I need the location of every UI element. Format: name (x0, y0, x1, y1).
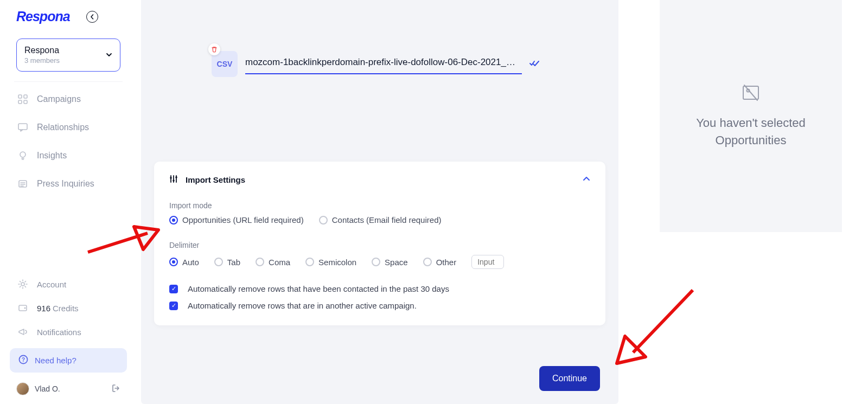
svg-point-5 (20, 152, 25, 157)
svg-text:?: ? (22, 357, 25, 363)
svg-point-16 (747, 89, 750, 92)
file-block: CSV mozcom-1backlinkperdomain-prefix-liv… (212, 51, 539, 77)
radio-delimiter-tab[interactable]: Tab (214, 258, 240, 267)
opportunities-empty-panel: You haven't selected Opportunities (660, 0, 842, 232)
upload-complete-icon (529, 60, 539, 69)
radio-label: Other (436, 258, 457, 267)
radio-dot-icon (169, 216, 178, 225)
nav-label: Notifications (37, 328, 81, 337)
radio-dot-icon (256, 258, 264, 266)
delimiter-group: Auto Tab Coma Semicolon (169, 255, 590, 269)
delimiter-label: Delimiter (169, 241, 590, 249)
checkbox-checked-icon: ✓ (169, 302, 178, 310)
radio-label: Opportunities (URL field required) (182, 215, 304, 225)
radio-delimiter-semicolon[interactable]: Semicolon (305, 258, 356, 267)
checkbox-label: Automatically remove rows that are in an… (188, 301, 417, 310)
radio-delimiter-coma[interactable]: Coma (256, 258, 290, 267)
user-name: Vlad O. (35, 384, 60, 393)
nav-label: Campaigns (37, 94, 81, 104)
help-icon: ? (18, 355, 28, 366)
collapse-settings-button[interactable] (583, 175, 590, 184)
import-settings-card: Import Settings Import mode Opportunitie… (154, 162, 605, 325)
radio-dot-icon (305, 258, 314, 266)
gear-icon (17, 279, 28, 290)
credits-count: 916 (37, 304, 50, 313)
credits-icon (17, 303, 28, 313)
radio-delimiter-auto[interactable]: Auto (169, 258, 199, 267)
secondary-nav: Account 916Credits Notifications ? (0, 273, 137, 378)
radio-dot-icon (423, 258, 432, 266)
trash-icon (211, 46, 218, 53)
checkbox-checked-icon: ✓ (169, 285, 178, 293)
chat-icon (17, 122, 28, 133)
checkbox-label: Automatically remove rows that have been… (188, 284, 449, 293)
nav-item-credits[interactable]: 916Credits (10, 297, 127, 319)
svg-rect-2 (18, 100, 22, 104)
filename-input[interactable]: mozcom-1backlinkperdomain-prefix-live-do… (245, 54, 522, 74)
empty-opportunities-text: You haven't selected Opportunities (660, 114, 842, 149)
divider (14, 81, 123, 82)
radio-delimiter-space[interactable]: Space (372, 258, 408, 267)
megaphone-icon (17, 326, 28, 337)
brand-logo: Respona (16, 9, 70, 24)
radio-opportunities[interactable]: Opportunities (URL field required) (169, 215, 304, 225)
radio-label: Contacts (Email field required) (332, 215, 442, 225)
import-mode-label: Import mode (169, 201, 590, 210)
radio-dot-icon (319, 216, 328, 225)
svg-rect-1 (24, 95, 27, 98)
delimiter-other-input[interactable] (471, 255, 504, 269)
nav-label: Account (37, 280, 66, 289)
import-mode-group: Opportunities (URL field required) Conta… (169, 215, 590, 225)
workspace-selector[interactable]: Respona 3 members (16, 39, 120, 72)
press-icon (17, 178, 28, 189)
collapse-sidebar-button[interactable] (86, 11, 98, 23)
main-panel: CSV mozcom-1backlinkperdomain-prefix-liv… (141, 0, 618, 404)
radio-label: Coma (269, 258, 290, 267)
csv-badge: CSV (212, 51, 238, 77)
logout-icon[interactable] (112, 384, 120, 394)
svg-rect-3 (24, 100, 27, 104)
radio-contacts[interactable]: Contacts (Email field required) (319, 215, 442, 225)
radio-label: Auto (182, 258, 199, 267)
checkbox-remove-contacted[interactable]: ✓ Automatically remove rows that have be… (169, 284, 590, 293)
nav-item-insights[interactable]: Insights (10, 144, 127, 168)
workspace-name: Respona (24, 46, 60, 55)
svg-point-7 (21, 283, 24, 286)
grid-icon (17, 94, 28, 105)
workspace-members: 3 members (24, 56, 60, 65)
help-button[interactable]: ? Need help? (10, 348, 127, 373)
nav-item-account[interactable]: Account (10, 273, 127, 295)
svg-rect-0 (18, 95, 22, 98)
checkbox-remove-active-campaign[interactable]: ✓ Automatically remove rows that are in … (169, 301, 590, 310)
nav-item-press-inquiries[interactable]: Press Inquiries (10, 172, 127, 196)
avatar[interactable] (16, 382, 29, 395)
nav-item-notifications[interactable]: Notifications (10, 321, 127, 343)
svg-point-14 (175, 176, 177, 178)
svg-point-12 (170, 177, 172, 179)
radio-delimiter-other[interactable]: Other (423, 258, 457, 267)
svg-rect-4 (18, 124, 27, 130)
continue-button[interactable]: Continue (539, 366, 600, 391)
no-image-icon (741, 83, 761, 105)
nav-label: Press Inquiries (37, 179, 94, 189)
sliders-icon (169, 175, 178, 185)
help-label: Need help? (35, 356, 76, 365)
svg-point-13 (173, 179, 175, 182)
sidebar: Respona Respona 3 members Campaigns (0, 0, 137, 404)
chevron-left-icon (90, 14, 95, 20)
radio-label: Space (385, 258, 408, 267)
nav-label: Relationships (37, 123, 89, 132)
chevron-up-icon (583, 175, 590, 183)
nav-item-relationships[interactable]: Relationships (10, 116, 127, 139)
nav-item-campaigns[interactable]: Campaigns (10, 87, 127, 111)
radio-label: Tab (227, 258, 240, 267)
settings-title: Import Settings (186, 175, 245, 184)
radio-dot-icon (214, 258, 223, 266)
credits-label: Credits (53, 304, 79, 313)
delete-file-button[interactable] (208, 43, 220, 55)
primary-nav: Campaigns Relationships Insights Press I… (0, 87, 137, 196)
radio-dot-icon (169, 258, 178, 266)
file-type-label: CSV (217, 60, 233, 68)
nav-label: Insights (37, 151, 67, 161)
bulb-icon (17, 150, 28, 161)
